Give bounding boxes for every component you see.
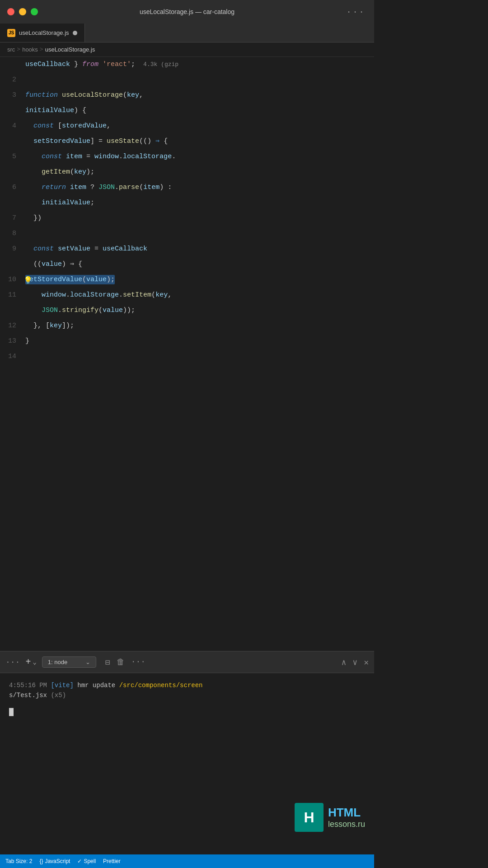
tab-bar: JS useLocalStorage.js — [0, 24, 374, 42]
code-editor[interactable]: useCallback } from 'react'; 4.3k (gzip 2… — [0, 57, 374, 635]
close-button[interactable] — [7, 8, 14, 15]
breadcrumb-file[interactable]: useLocalStorage.js — [45, 46, 95, 53]
logo-text: HTML lessons.ru — [328, 806, 365, 829]
code-line-13: 13 } — [0, 334, 374, 349]
code-line-4b: setStoredValue] = useState(() ⇒ { — [0, 134, 374, 149]
breadcrumb-src[interactable]: src — [7, 46, 15, 53]
title-bar: useLocalStorage.js — car-catalog ··· — [0, 0, 374, 24]
terminal-down-icon[interactable]: ∨ — [352, 657, 357, 667]
status-spell[interactable]: ✓ Spell — [77, 858, 96, 864]
terminal-shell-selector[interactable]: 1: node ⌄ — [42, 656, 96, 668]
terminal-more-options-icon[interactable]: ··· — [131, 657, 145, 667]
window-title: useLocalStorage.js — car-catalog — [140, 8, 235, 15]
breadcrumb-sep2: > — [40, 46, 43, 53]
terminal-up-icon[interactable]: ∧ — [341, 657, 346, 667]
logo-lessons-text: lessons.ru — [328, 820, 365, 829]
terminal-add-group[interactable]: + ⌄ — [25, 657, 36, 667]
status-tab-size[interactable]: Tab Size: 2 — [5, 858, 32, 864]
code-line-6b: initialValue; — [0, 195, 374, 211]
terminal-action-icons: ⊟ 🗑 ··· — [105, 657, 145, 667]
dropdown-chevron-icon: ⌄ — [85, 659, 90, 665]
code-line-2: 2 — [0, 72, 374, 88]
code-line-3: 3 function useLocalStorage(key, — [0, 88, 374, 103]
code-line-6: 6 return item ? JSON.parse(item) : — [0, 180, 374, 195]
logo-h-letter: H — [304, 809, 314, 826]
code-line-12: 12 }, [key]); — [0, 318, 374, 334]
breadcrumb: src > hooks > useLocalStorage.js — [0, 42, 374, 57]
html-lessons-logo: H HTML lessons.ru — [295, 803, 365, 832]
terminal-content: 4:55:16 PM [vite] hmr update /src/compon… — [0, 673, 374, 723]
logo-icon: H — [295, 803, 324, 832]
split-terminal-icon[interactable]: ⊟ — [105, 657, 110, 667]
breadcrumb-sep1: > — [17, 46, 20, 53]
terminal-close-icon[interactable]: ✕ — [364, 657, 369, 667]
terminal-cursor — [9, 708, 14, 716]
code-line-5b: getItem(key); — [0, 165, 374, 180]
code-line-3b: initialValue) { — [0, 103, 374, 118]
terminal-log-line-1: 4:55:16 PM [vite] hmr update /src/compon… — [9, 680, 365, 690]
terminal-panel: ··· + ⌄ 1: node ⌄ ⊟ 🗑 ··· ∧ ∨ ✕ 4:55:16 … — [0, 651, 374, 868]
tab-filename: useLocalStorage.js — [19, 29, 69, 36]
js-file-icon: JS — [7, 29, 15, 37]
traffic-lights — [7, 8, 38, 15]
code-line-10: 10 💡 setStoredValue(value); — [0, 272, 374, 288]
status-prettier[interactable]: Prettier — [103, 858, 121, 864]
code-line-7: 7 }) — [0, 211, 374, 226]
code-line-1: useCallback } from 'react'; 4.3k (gzip — [0, 57, 374, 72]
code-line-9b: ((value) ⇒ { — [0, 257, 374, 272]
terminal-chevron-icon[interactable]: ⌄ — [33, 658, 36, 666]
breadcrumb-hooks[interactable]: hooks — [22, 46, 38, 53]
code-line-4: 4 const [storedValue, — [0, 118, 374, 134]
editor-tab[interactable]: JS useLocalStorage.js — [0, 24, 85, 42]
terminal-header: ··· + ⌄ 1: node ⌄ ⊟ 🗑 ··· ∧ ∨ ✕ — [0, 651, 374, 673]
window-menu-button[interactable]: ··· — [346, 7, 365, 17]
unsaved-indicator — [73, 31, 77, 35]
code-line-14: 14 — [0, 349, 374, 364]
code-line-11b: JSON.stringify(value)); — [0, 303, 374, 318]
code-line-11: 11 window.localStorage.setItem(key, — [0, 288, 374, 303]
terminal-nav-buttons: ∧ ∨ ✕ — [341, 657, 369, 667]
delete-terminal-icon[interactable]: 🗑 — [117, 657, 125, 667]
logo-html-text: HTML — [328, 806, 365, 820]
terminal-prompt — [9, 704, 365, 716]
minimize-button[interactable] — [19, 8, 26, 15]
status-bar: Tab Size: 2 {} JavaScript ✓ Spell Pretti… — [0, 854, 374, 868]
terminal-more-button[interactable]: ··· — [5, 658, 20, 667]
status-language-mode[interactable]: {} JavaScript — [39, 858, 70, 864]
code-line-5: 5 const item = window.localStorage. — [0, 149, 374, 165]
lightbulb-icon[interactable]: 💡 — [23, 276, 33, 285]
code-line-8: 8 — [0, 226, 374, 241]
code-line-9: 9 const setValue = useCallback — [0, 241, 374, 257]
terminal-add-button[interactable]: + — [25, 657, 31, 667]
maximize-button[interactable] — [31, 8, 38, 15]
terminal-log-line-2: s/Test.jsx (x5) — [9, 690, 365, 700]
